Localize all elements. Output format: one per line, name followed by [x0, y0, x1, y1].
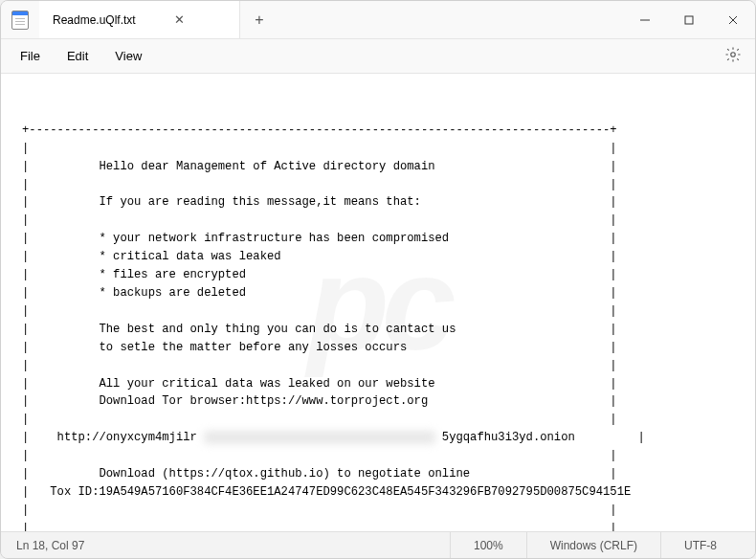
text-line: | to setle the matter before any losses …	[22, 341, 617, 354]
text-line: | http://onyxcym4mjilr xxxxxxxxxxxxxxxxx…	[22, 431, 645, 444]
menubar: File Edit View	[1, 39, 755, 74]
text-line: | * your network infrastructure has been…	[22, 232, 617, 245]
svg-rect-1	[685, 16, 693, 24]
status-encoding: UTF-8	[660, 532, 740, 558]
text-line: | Hello dear Management of Active direct…	[22, 160, 617, 173]
text-line: | |	[22, 213, 617, 227]
status-position: Ln 18, Col 97	[16, 532, 450, 558]
tab-close-icon[interactable]: ✕	[174, 12, 185, 27]
text-line: | |	[22, 178, 617, 191]
text-line: | |	[22, 449, 617, 462]
tab-title: Readme.uQlf.txt	[53, 13, 136, 27]
text-line: | If you are reading this message,it mea…	[22, 195, 617, 209]
text-line: | * files are encrypted |	[22, 268, 617, 281]
close-button[interactable]	[711, 1, 755, 38]
text-line: | |	[22, 142, 617, 155]
menu-edit[interactable]: Edit	[56, 43, 100, 69]
text-line: +---------------------------------------…	[22, 123, 617, 137]
settings-button[interactable]	[719, 40, 747, 72]
notepad-icon	[11, 11, 29, 30]
app-icon	[1, 1, 39, 38]
statusbar: Ln 18, Col 97 100% Windows (CRLF) UTF-8	[1, 531, 755, 558]
text-editor[interactable]: pc +------------------------------------…	[1, 74, 755, 531]
status-eol: Windows (CRLF)	[526, 532, 660, 558]
text-line: | The best and only thing you can do is …	[22, 323, 617, 336]
menu-view[interactable]: View	[103, 43, 153, 69]
text-line: | Tox ID:19A549A57160F384CF4E36EE1A24747…	[22, 485, 631, 499]
text-line: | |	[22, 522, 617, 531]
text-line: | |	[22, 413, 617, 426]
text-line: | |	[22, 503, 617, 517]
status-zoom[interactable]: 100%	[450, 532, 526, 558]
svg-point-4	[731, 53, 736, 57]
window-controls	[623, 1, 755, 38]
new-tab-button[interactable]: +	[240, 1, 278, 38]
menu-file[interactable]: File	[9, 43, 52, 69]
tab-active[interactable]: Readme.uQlf.txt ✕	[39, 1, 240, 38]
redacted-text: xxxxxxxxxxxxxxxxxxxxxxxxxxxxxxxxx	[204, 431, 434, 444]
maximize-button[interactable]	[667, 1, 711, 38]
gear-icon	[724, 46, 742, 63]
minimize-button[interactable]	[623, 1, 667, 38]
titlebar: Readme.uQlf.txt ✕ +	[1, 1, 755, 39]
text-line: | * backups are deleted |	[22, 286, 617, 300]
text-line: | Download (https://qtox.github.io) to n…	[22, 467, 617, 481]
text-line: | |	[22, 359, 617, 372]
text-line: | |	[22, 304, 617, 318]
text-line: | * critical data was leaked |	[22, 250, 617, 263]
text-line: | All your critical data was leaked on o…	[22, 377, 617, 391]
text-line: | Download Tor browser:https://www.torpr…	[22, 394, 617, 408]
